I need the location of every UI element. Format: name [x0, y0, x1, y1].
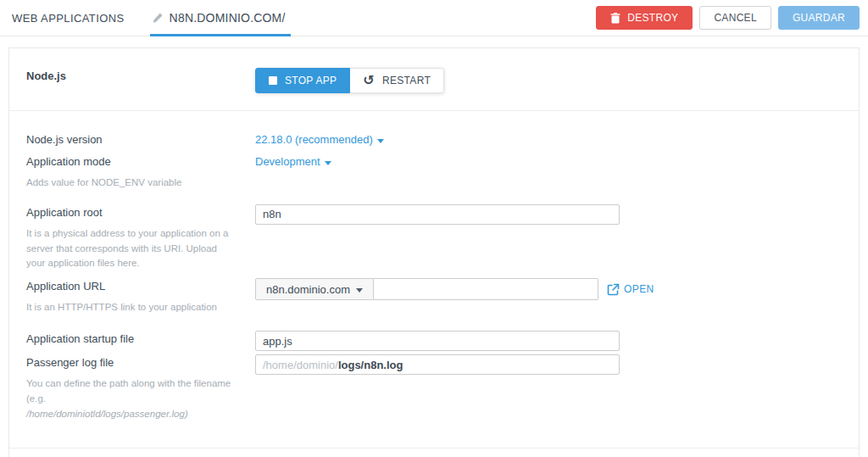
chevron-down-icon — [325, 161, 331, 165]
application-mode-label: Application mode — [26, 153, 238, 170]
app-control-buttons: STOP APP ↺ RESTART — [255, 68, 444, 93]
application-mode-row: Application mode Adds value for NODE_ENV… — [26, 153, 842, 191]
save-button-label: GUARDAR — [793, 12, 845, 24]
open-app-label: OPEN — [624, 281, 654, 298]
application-mode-help: Adds value for NODE_ENV variable — [26, 176, 238, 191]
app-control-section: Node.js STOP APP ↺ RESTART — [9, 48, 859, 110]
passenger-log-label-col: Passenger log file You can define the pa… — [26, 354, 255, 421]
restart-button[interactable]: ↺ RESTART — [350, 68, 444, 93]
destroy-button[interactable]: DESTROY — [596, 6, 693, 30]
nodejs-version-value: 22.18.0 (recommended) — [255, 131, 373, 148]
application-url-path-input[interactable] — [374, 278, 598, 300]
application-root-row: Application root It is a physical addres… — [26, 204, 842, 271]
restart-label: RESTART — [382, 75, 431, 86]
cancel-button-label: CANCEL — [714, 12, 756, 24]
passenger-log-help-text: You can define the path along with the f… — [26, 378, 231, 404]
application-startup-input[interactable] — [255, 331, 620, 351]
passenger-log-input[interactable]: /home/dominio/logs/n8n.log — [255, 354, 620, 375]
form-section: Node.js version 22.18.0 (recommended) Ap… — [9, 111, 859, 448]
stop-app-button[interactable]: STOP APP — [255, 68, 350, 93]
restart-icon: ↺ — [363, 74, 375, 87]
chevron-down-icon — [377, 139, 384, 143]
application-root-help: It is a physical address to your applica… — [26, 226, 238, 271]
application-startup-label: Application startup file — [26, 331, 238, 348]
passenger-log-prefix: /home/dominio/ — [263, 359, 338, 371]
application-url-row: Application URL It is an HTTP/HTTPS link… — [26, 278, 842, 315]
app-type-label: Node.js — [26, 68, 238, 85]
application-startup-row: Application startup file — [26, 331, 842, 351]
passenger-log-value: logs/n8n.log — [338, 359, 403, 371]
application-mode-dropdown[interactable]: Development — [255, 153, 331, 170]
app-title-text: N8N.DOMINIO.COM/ — [170, 11, 286, 25]
stop-app-label: STOP APP — [285, 75, 337, 86]
nodejs-version-dropdown[interactable]: 22.18.0 (recommended) — [255, 131, 384, 148]
application-url-help: It is an HTTP/HTTPS link to your applica… — [26, 300, 238, 315]
application-url-label-col: Application URL It is an HTTP/HTTPS link… — [26, 278, 255, 315]
app-label-col: Node.js — [26, 68, 255, 85]
application-mode-label-col: Application mode Adds value for NODE_ENV… — [26, 153, 255, 191]
trash-icon — [610, 13, 620, 24]
passenger-log-help-example: /home/dominiotld/logs/passenger.log) — [26, 409, 188, 419]
passenger-log-help: You can define the path along with the f… — [26, 376, 238, 421]
config-files-section: Detected configuration files ▶ Run NPM I… — [9, 449, 859, 457]
external-link-icon — [607, 283, 620, 296]
header: WEB APPLICATIONS N8N.DOMINIO.COM/ DESTRO… — [0, 0, 868, 36]
open-app-link[interactable]: OPEN — [607, 281, 654, 298]
nodejs-version-label: Node.js version — [26, 131, 238, 148]
destroy-button-label: DESTROY — [627, 12, 678, 24]
app-title-editable[interactable]: N8N.DOMINIO.COM/ — [150, 0, 291, 36]
stop-icon — [269, 76, 277, 85]
chevron-down-icon — [356, 288, 363, 293]
passenger-log-label: Passenger log file — [26, 354, 238, 371]
main-panel: Node.js STOP APP ↺ RESTART Node.js versi… — [8, 47, 860, 457]
nodejs-version-label-col: Node.js version — [26, 131, 255, 148]
application-mode-value: Development — [255, 153, 320, 170]
application-url-domain-value: n8n.dominio.com — [266, 283, 350, 296]
application-root-label-col: Application root It is a physical addres… — [26, 204, 255, 271]
application-url-label: Application URL — [26, 278, 238, 295]
nodejs-version-row: Node.js version 22.18.0 (recommended) — [26, 131, 842, 148]
breadcrumb-section-title: WEB APPLICATIONS — [12, 12, 125, 25]
passenger-log-row: Passenger log file You can define the pa… — [26, 354, 842, 421]
save-button[interactable]: GUARDAR — [778, 6, 860, 30]
application-url-group: n8n.dominio.com — [255, 278, 598, 300]
pencil-edit-icon — [152, 12, 164, 24]
application-root-label: Application root — [26, 204, 238, 221]
application-url-domain-select[interactable]: n8n.dominio.com — [255, 278, 374, 300]
application-startup-label-col: Application startup file — [26, 331, 255, 348]
cancel-button[interactable]: CANCEL — [699, 6, 771, 30]
application-root-input[interactable] — [255, 204, 620, 225]
